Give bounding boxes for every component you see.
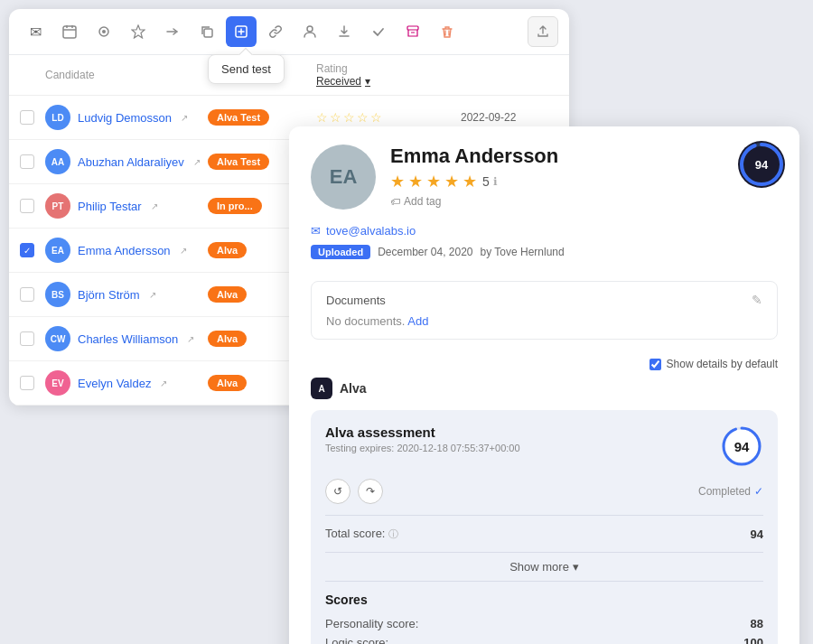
assessment-header: Alva assessment Testing expires: 2020-12… [325,425,763,468]
add-document-link[interactable]: Add [407,314,428,328]
uploaded-badge: Uploaded [311,245,370,259]
candidate-name[interactable]: Björn Ström [78,288,140,302]
date-cell: 2022-09-22 [461,111,569,124]
status-badge: Alva [208,375,247,391]
svg-rect-7 [204,29,212,37]
assessment-actions: ↺ ↷ Completed ✓ [325,479,763,504]
profile-stars: ★ ★ ★ ★ ★ 5 ℹ [390,172,778,191]
scores-section: Scores Personality score: 88 Logic score… [325,589,763,644]
forward-button[interactable] [157,16,188,47]
show-details-label[interactable]: Show details by default [311,358,778,370]
view-button[interactable] [89,16,119,47]
total-score-info-icon[interactable]: ⓘ [388,528,398,539]
documents-header: Documents ✎ [326,293,762,307]
profile-name: Emma Andersson [390,145,778,168]
no-documents-text: No documents. Add [326,314,762,328]
profile-info: Emma Andersson ★ ★ ★ ★ ★ 5 ℹ 🏷 Add tag [390,145,778,208]
candidate-name[interactable]: Emma Andersson [78,244,171,257]
download-button[interactable] [329,16,360,47]
personality-score-row: Personality score: 88 [325,614,763,633]
candidate-cell: LD Ludvig Demosson ↗ [45,105,208,130]
assessment-info: Alva assessment Testing expires: 2020-12… [325,425,520,453]
alva-icon: A [311,378,332,399]
row-1-checkbox[interactable] [20,110,34,125]
candidate-cell: CW Charles Williamson ↗ [45,326,208,351]
candidate-cell: PT Philip Testar ↗ [45,193,208,219]
candidate-name[interactable]: Evelyn Valdez [78,377,151,390]
star-button[interactable] [123,16,154,47]
send-test-button[interactable] [226,16,257,47]
external-link-icon[interactable]: ↗ [180,246,187,256]
divider [325,515,763,516]
email-button[interactable]: ✉ [20,16,51,47]
avatar: CW [45,326,70,351]
completed-label: Completed ✓ [698,485,763,498]
candidate-cell: BS Björn Ström ↗ [45,282,208,307]
row-2-checkbox[interactable] [20,154,34,169]
avatar: EA [45,238,70,263]
status-badge: Alva [208,331,247,347]
candidate-name[interactable]: Philip Testar [78,200,142,213]
logic-value: 100 [743,636,763,644]
personality-label: Personality score: [325,617,418,630]
link-button[interactable] [260,16,291,47]
status-badge: Alva Test [208,154,269,170]
personality-value: 88 [751,617,763,630]
documents-section: Documents ✎ No documents. Add [311,281,778,340]
candidate-cell: AA Abuzhan Aldaraliyev ↗ [45,149,208,174]
external-link-icon[interactable]: ↗ [160,378,167,388]
check-button[interactable] [363,16,394,47]
profile-section: EA Emma Andersson ★ ★ ★ ★ ★ 5 ℹ 🏷 Add ta… [289,126,799,224]
external-link-icon[interactable]: ↗ [181,113,188,123]
documents-title: Documents [326,294,386,307]
table-header: Candidate Status Rating Received ▾ [9,55,569,96]
show-details-row: Show details by default [289,350,799,378]
send-test-tooltip: Send test [208,54,285,84]
external-link-icon[interactable]: ↗ [193,157,201,167]
candidate-name[interactable]: Charles Williamson [78,332,178,346]
external-link-icon[interactable]: ↗ [151,201,158,211]
external-link-icon[interactable]: ↗ [187,334,194,344]
candidate-name[interactable]: Abuzhan Aldaraliyev [78,155,184,169]
alva-section: A Alva Alva assessment Testing expires: … [311,378,778,644]
documents-edit-icon[interactable]: ✎ [752,293,762,307]
row-5-checkbox[interactable] [20,287,34,302]
svg-rect-10 [407,26,418,30]
assessment-score-circle: 94 [720,425,763,468]
assessment-title: Alva assessment [325,425,520,440]
assessment-icon-group: ↺ ↷ [325,479,383,504]
person-button[interactable] [294,16,325,47]
avatar: PT [45,193,70,219]
assessment-card: Alva assessment Testing expires: 2020-12… [311,410,778,644]
show-more-button[interactable]: Show more ▾ [325,552,763,582]
logic-label: Logic score: [325,636,388,644]
avatar: AA [45,149,70,174]
export-button[interactable] [528,16,558,47]
external-link-icon[interactable]: ↗ [149,290,156,300]
share-button[interactable]: ↷ [358,479,383,504]
archive-button[interactable] [397,16,428,47]
add-tag[interactable]: 🏷 Add tag [390,195,778,208]
status-badge: In pro... [208,198,262,214]
row-6-checkbox[interactable] [20,331,34,346]
candidate-name[interactable]: Ludvig Demosson [78,111,172,125]
contact-email: ✉ tove@alvalabs.io [311,224,778,238]
delete-button[interactable] [432,16,463,47]
refresh-button[interactable]: ↺ [325,479,350,504]
row-4-checkbox[interactable]: ✓ [20,243,34,257]
tooltip-label: Send test [221,62,271,76]
profile-avatar: EA [311,145,376,210]
score-value: 94 [755,158,768,172]
total-score-row: Total score: ⓘ 94 [325,523,763,545]
calendar-button[interactable] [54,16,85,47]
received-filter[interactable]: Received ▾ [316,75,461,88]
avatar: BS [45,282,70,307]
svg-point-5 [102,30,106,33]
show-details-checkbox[interactable] [649,359,661,370]
status-badge: Alva [208,242,247,258]
copy-button[interactable] [192,16,222,47]
row-3-checkbox[interactable] [20,199,34,213]
row-7-checkbox[interactable] [20,376,34,390]
detail-panel: EA Emma Andersson ★ ★ ★ ★ ★ 5 ℹ 🏷 Add ta… [289,126,799,644]
total-score-value: 94 [751,527,763,541]
